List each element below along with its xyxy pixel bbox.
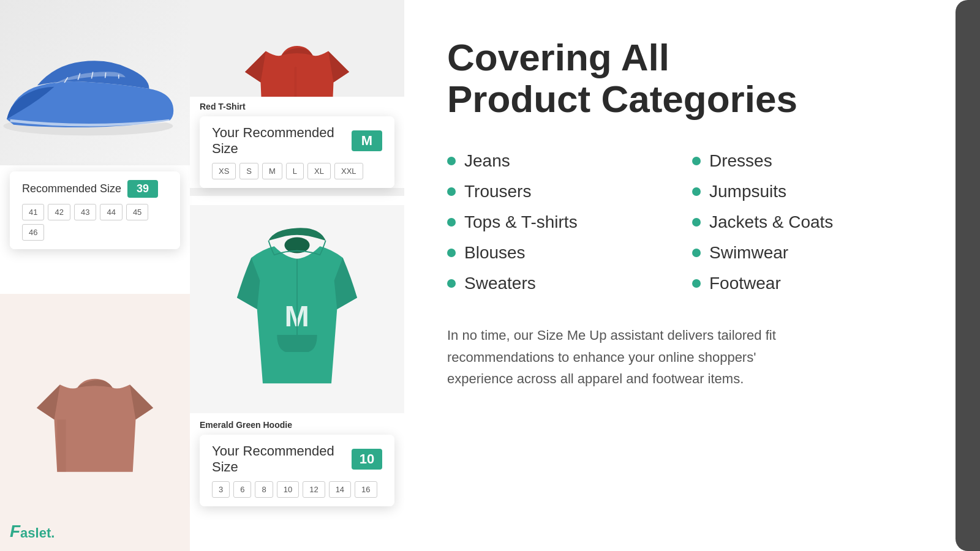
red-tshirt-name: Red T-Shirt	[200, 102, 394, 111]
bullet-footwear	[692, 279, 701, 288]
left-panel: Recommended Size 39 41 42 43 44 45 46	[0, 0, 404, 551]
size-btn-10[interactable]: 10	[277, 481, 299, 498]
faslet-wordmark: aslet.	[20, 525, 55, 541]
category-jackets: Jackets & Coats	[692, 209, 937, 236]
red-tshirt-rec-label: Your Recommended Size	[212, 125, 345, 157]
category-label-sweaters: Sweaters	[464, 274, 536, 293]
svg-line-4	[105, 72, 106, 78]
size-btn-44[interactable]: 44	[100, 204, 122, 220]
category-jumpsuits: Jumpsuits	[692, 178, 937, 205]
sneaker-illustration	[0, 0, 190, 178]
red-tshirt-card: Red T-Shirt Your Recommended Size M XS S…	[190, 97, 404, 188]
brown-tshirt-area	[0, 294, 190, 551]
scroll-indicator[interactable]	[956, 0, 980, 551]
size-btn-41[interactable]: 41	[22, 204, 44, 220]
faslet-logo: F aslet.	[10, 522, 55, 541]
category-footwear: Footwear	[692, 270, 937, 297]
category-sweaters: Sweaters	[447, 270, 692, 297]
bullet-dresses	[692, 157, 701, 165]
red-tshirt-size-overlay: Your Recommended Size M XS S M L XL XXL	[200, 116, 394, 188]
categories-col-right: Dresses Jumpsuits Jackets & Coats Swimwe…	[692, 148, 937, 297]
bullet-jeans	[447, 157, 456, 165]
size-btn-l[interactable]: L	[286, 163, 304, 179]
hoodie-size-overlay: Your Recommended Size 10 3 6 8 10 12 14 …	[200, 435, 394, 506]
size-btn-xxl[interactable]: XXL	[334, 163, 363, 179]
categories-grid: Jeans Trousers Tops & T-shirts Blouses S…	[447, 148, 937, 297]
bullet-swimwear	[692, 249, 701, 257]
sneaker-image-area	[0, 0, 190, 178]
size-btn-8[interactable]: 8	[255, 481, 273, 498]
hoodie-area: M	[190, 205, 404, 413]
hoodie-rec-label: Your Recommended Size	[212, 443, 345, 475]
heading-line2: Product Categories	[447, 78, 797, 120]
hoodie-size-options: 3 6 8 10 12 14 16	[212, 481, 382, 498]
size-btn-43[interactable]: 43	[74, 204, 96, 220]
sneaker-size-overlay: Recommended Size 39 41 42 43 44 45 46	[10, 171, 180, 249]
size-btn-45[interactable]: 45	[126, 204, 148, 220]
categories-col-left: Jeans Trousers Tops & T-shirts Blouses S…	[447, 148, 692, 297]
category-label-trousers: Trousers	[464, 182, 531, 201]
hoodie-rec-size: 10	[352, 449, 382, 470]
bullet-trousers	[447, 187, 456, 196]
category-label-dresses: Dresses	[709, 151, 772, 171]
hoodie-rec-badge: Your Recommended Size 10	[212, 443, 382, 475]
red-tshirt-size-options: XS S M L XL XXL	[212, 163, 382, 179]
bullet-sweaters	[447, 279, 456, 288]
bullet-jackets	[692, 218, 701, 227]
category-jeans: Jeans	[447, 148, 692, 174]
size-btn-12[interactable]: 12	[303, 481, 325, 498]
bullet-tops	[447, 218, 456, 227]
main-heading: Covering All Product Categories	[447, 37, 937, 120]
category-label-jeans: Jeans	[464, 151, 510, 171]
red-tshirt-rec-badge: Your Recommended Size M	[212, 125, 382, 157]
size-btn-3[interactable]: 3	[212, 481, 230, 498]
hoodie-name: Emerald Green Hoodie	[200, 420, 394, 430]
heading-line1: Covering All	[447, 36, 669, 78]
category-dresses: Dresses	[692, 148, 937, 174]
size-btn-xs[interactable]: XS	[212, 163, 236, 179]
sneaker-rec-size: 39	[127, 180, 158, 198]
sneaker-rec-badge: Recommended Size 39	[22, 180, 168, 198]
category-label-jackets: Jackets & Coats	[709, 212, 833, 232]
category-label-tops: Tops & T-shirts	[464, 212, 578, 232]
right-panel: Covering All Product Categories Jeans Tr…	[404, 0, 980, 551]
red-tshirt-rec-size: M	[352, 130, 382, 151]
bullet-blouses	[447, 249, 456, 257]
bullet-jumpsuits	[692, 187, 701, 196]
description-text: In no time, our Size Me Up assistant del…	[447, 324, 815, 389]
faslet-f: F	[10, 522, 20, 541]
size-btn-m[interactable]: M	[262, 163, 282, 179]
sneaker-rec-label: Recommended Size	[22, 182, 121, 195]
sneaker-card: Recommended Size 39 41 42 43 44 45 46	[0, 165, 190, 255]
category-swimwear: Swimwear	[692, 239, 937, 266]
category-trousers: Trousers	[447, 178, 692, 205]
category-tops: Tops & T-shirts	[447, 209, 692, 236]
size-btn-46[interactable]: 46	[22, 224, 44, 241]
brown-tshirt-illustration	[37, 355, 153, 490]
category-label-jumpsuits: Jumpsuits	[709, 182, 786, 201]
hoodie-illustration: M	[233, 223, 361, 395]
category-label-swimwear: Swimwear	[709, 243, 788, 263]
size-btn-xl[interactable]: XL	[307, 163, 331, 179]
category-blouses: Blouses	[447, 239, 692, 266]
size-btn-16[interactable]: 16	[355, 481, 377, 498]
category-label-blouses: Blouses	[464, 243, 526, 263]
sneaker-size-options: 41 42 43 44 45 46	[22, 204, 168, 241]
size-btn-42[interactable]: 42	[48, 204, 70, 220]
size-btn-6[interactable]: 6	[233, 481, 251, 498]
size-btn-14[interactable]: 14	[329, 481, 351, 498]
size-btn-s[interactable]: S	[239, 163, 258, 179]
category-label-footwear: Footwear	[709, 274, 781, 293]
hoodie-card: Emerald Green Hoodie Your Recommended Si…	[190, 415, 404, 506]
